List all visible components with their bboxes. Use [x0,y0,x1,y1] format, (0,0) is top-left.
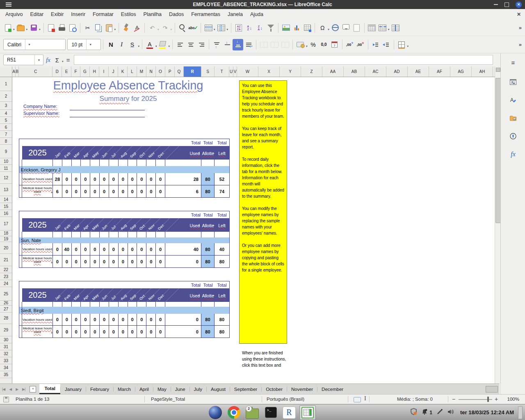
column-header-H[interactable]: H [90,66,99,77]
borders-dropdown-icon[interactable]: ▾ [407,45,409,48]
column-header-I[interactable]: I [99,66,109,77]
column-header-W[interactable]: W [237,66,258,77]
menu-janela[interactable]: Janela [224,9,247,20]
freeze-panes-icon[interactable]: ▾ [377,23,390,33]
month-value-cell[interactable]: 0 [146,256,156,267]
month-value-cell[interactable]: 0 [100,243,109,255]
row-header-29[interactable]: 29 [0,324,12,336]
month-value-cell[interactable]: 0 [90,243,100,255]
month-value-cell[interactable]: 0 [109,326,119,338]
dropdown-arrow-icon[interactable]: ▾ [13,28,15,31]
center-vertically-button[interactable] [222,39,233,50]
function-wizard-icon[interactable]: fx [46,57,50,64]
month-value-cell[interactable]: 0 [81,326,90,338]
column-header-M[interactable]: M [137,66,146,77]
column-header-AF[interactable]: AF [429,66,450,77]
row-header-4[interactable]: 4 [0,110,12,117]
month-value-cell[interactable]: 0 [137,326,146,338]
row-header-17[interactable]: 17 [0,217,12,231]
terminal-app-icon[interactable]: >_ [262,405,279,420]
font-size-select[interactable]: 10 pt▼ [67,39,101,50]
total-left-cell[interactable]: 80 [215,256,229,267]
clear-formatting-icon[interactable]: A [132,23,142,33]
month-value-cell[interactable]: 0 [156,256,165,267]
month-value-cell[interactable]: 0 [100,173,109,185]
row-header-14[interactable]: 14 [0,196,12,203]
total-used-cell[interactable]: 6 [165,185,201,197]
total-used-cell[interactable]: 28 [165,173,201,185]
total-left-cell[interactable]: 52 [215,173,229,185]
row-header-33[interactable]: 33 [0,357,12,364]
row-header-7[interactable]: 7 [0,131,12,138]
month-value-cell[interactable]: 0 [72,173,81,185]
column-header-C[interactable]: C [19,66,52,77]
font-size-select-dropdown-icon[interactable]: ▼ [86,39,94,50]
column-header-D[interactable]: D [52,66,62,77]
currency-format-button[interactable] [295,39,306,50]
merge-center-button[interactable] [269,39,280,50]
sheet-tab-may[interactable]: May [153,384,171,394]
column-header-G[interactable]: G [80,66,90,77]
month-value-cell[interactable]: 0 [137,314,146,325]
month-value-cell[interactable]: 0 [119,314,128,325]
navigator-icon[interactable] [508,131,518,141]
month-value-cell[interactable]: 0 [53,314,62,325]
month-value-cell[interactable]: 0 [128,326,137,338]
previous-sheet-icon[interactable]: ◀ [7,384,14,394]
italic-button[interactable]: I [116,39,127,50]
next-sheet-icon[interactable]: ▶ [14,384,20,394]
row-header-10[interactable]: 10 [0,158,12,165]
column-header-AH[interactable]: AH [472,66,493,77]
month-value-cell[interactable]: 6 [53,185,62,197]
sort-icon[interactable]: AZZA [233,23,244,33]
delete-decimal-button[interactable]: ,00× [355,39,366,50]
month-value-cell[interactable]: 0 [62,326,72,338]
month-value-cell[interactable]: 0 [128,256,137,267]
zoom-in-icon[interactable]: + [495,395,498,404]
maximize-icon[interactable] [504,2,509,7]
column-header-X[interactable]: X [258,66,280,77]
chrome-app-icon[interactable] [226,405,242,420]
total-allotted-cell[interactable]: 80 [201,314,215,325]
column-header-AE[interactable]: AE [408,66,429,77]
wrap-text-button[interactable] [243,39,254,50]
zoom-out-icon[interactable]: − [452,395,455,404]
column-header-AG[interactable]: AG [450,66,472,77]
dropdown-arrow-icon[interactable]: ▾ [328,28,329,31]
row-header-16[interactable]: 16 [0,210,12,217]
sheet-tab-march[interactable]: March [114,384,135,394]
menu-ajuda[interactable]: Ajuda [247,9,267,20]
row-header-13[interactable]: 13 [0,184,12,196]
row-header-28[interactable]: 28 [0,313,12,324]
decrease-indent-button[interactable] [381,39,392,50]
headers-footers-icon[interactable] [367,23,377,33]
column-header-Y[interactable]: Y [280,66,301,77]
select-all-corner[interactable] [0,66,12,77]
column-header-Q[interactable]: Q [175,66,184,77]
month-value-cell[interactable]: 0 [128,173,137,185]
close-icon[interactable]: ✕ [516,2,522,8]
row-header-1[interactable]: 1 [0,77,12,91]
align-top-button[interactable] [211,39,222,50]
column-header-E[interactable]: E [62,66,71,77]
row-headers[interactable]: 1234567891011121314151617181920212223242… [0,77,12,383]
toolbar-overflow-icon[interactable]: » [519,25,522,31]
row-header-25[interactable]: 25 [0,287,12,301]
month-value-cell[interactable]: 0 [156,326,165,338]
total-left-cell[interactable]: 40 [215,243,229,255]
month-value-cell[interactable]: 0 [109,185,119,197]
paste-icon[interactable]: ▾ [104,23,117,33]
highlight-color-button[interactable] [157,39,168,50]
supervisor-name-field[interactable] [70,117,145,117]
menu-exibir[interactable]: Exibir [47,9,67,20]
column-header-R[interactable]: R [184,66,201,77]
row-header-5[interactable]: 5 [0,117,12,124]
align-left-button[interactable] [175,39,185,50]
properties-icon[interactable] [508,77,518,87]
sort-descending-icon[interactable]: ZA↓ [255,23,265,33]
employee-name-row[interactable]: Siedl, Birgit [19,307,229,314]
horizontal-scrollbar-thumb[interactable] [486,386,498,393]
month-value-cell[interactable]: 0 [90,256,100,267]
month-value-cell[interactable]: 28 [53,173,62,185]
month-value-cell[interactable]: 0 [81,243,90,255]
